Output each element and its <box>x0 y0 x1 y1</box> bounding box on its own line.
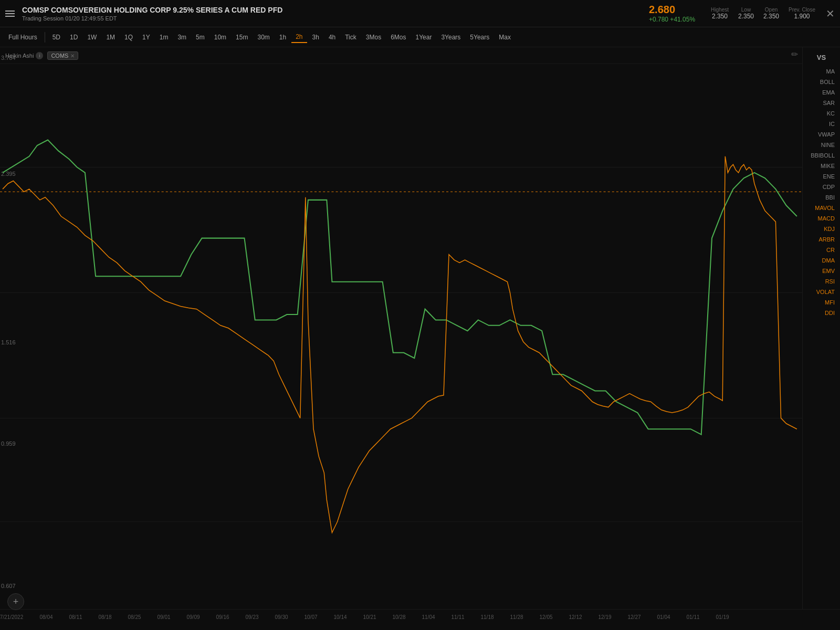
ohlc-section: Highest 2.350 Low 2.350 Open 2.350 Prev.… <box>711 7 815 20</box>
indicator-cdp[interactable]: CDP <box>805 182 838 192</box>
tf-1m[interactable]: 1M <box>102 32 119 43</box>
x-label-9: 09/30 <box>275 614 288 620</box>
x-label-8: 09/23 <box>245 614 258 620</box>
toolbar-separator <box>45 32 45 43</box>
tf-6mos[interactable]: 6Mos <box>386 32 410 43</box>
indicator-bbiboll[interactable]: BBIBOLL <box>805 151 838 160</box>
x-label-6: 09/09 <box>186 614 200 620</box>
x-label-21: 12/27 <box>627 614 640 620</box>
x-label-0: 07/21/2022 <box>0 614 23 620</box>
indicator-emv[interactable]: EMV <box>805 266 838 276</box>
tf-1y[interactable]: 1Y <box>138 32 154 43</box>
x-label-3: 08/18 <box>98 614 111 620</box>
title-section: COMSP COMSOVEREIGN HOLDING CORP 9.25% SE… <box>22 6 644 22</box>
info-icon[interactable]: i <box>36 52 43 59</box>
tf-5years[interactable]: 5Years <box>466 32 494 43</box>
toolbar: Full Hours 5D 1D 1W 1M 1Q 1Y 1m 3m 5m 10… <box>0 27 840 47</box>
indicator-vwap[interactable]: VWAP <box>805 130 838 139</box>
tf-1q[interactable]: 1Q <box>120 32 137 43</box>
x-label-11: 10/14 <box>333 614 346 620</box>
tf-15min[interactable]: 15m <box>232 32 252 43</box>
x-label-7: 09/16 <box>216 614 229 620</box>
tf-tick[interactable]: Tick <box>341 32 361 43</box>
indicator-sar[interactable]: SAR <box>805 98 838 108</box>
x-label-23: 01/11 <box>686 614 699 620</box>
indicator-mavol[interactable]: MAVOL <box>805 203 838 213</box>
indicator-bbi[interactable]: BBI <box>805 193 838 202</box>
price-section: 2.680 +0.780 +41.05% <box>649 4 695 23</box>
indicator-mfi[interactable]: MFI <box>805 298 838 307</box>
edit-icon[interactable]: ✏ <box>791 49 798 59</box>
indicator-arbr[interactable]: ARBR <box>805 235 838 244</box>
tf-1min[interactable]: 1m <box>155 32 173 43</box>
stock-title: COMSP COMSOVEREIGN HOLDING CORP 9.25% SE… <box>22 6 644 14</box>
x-label-19: 12/12 <box>569 614 582 620</box>
chart-inner: Heikin Ashi i COMS ✕ 3.784 2.395 1.516 0… <box>0 47 802 609</box>
indicator-boll[interactable]: BOLL <box>805 77 838 87</box>
tf-5min[interactable]: 5m <box>192 32 209 43</box>
x-label-5: 09/01 <box>157 614 170 620</box>
menu-icon[interactable] <box>5 10 15 17</box>
price-main: 2.680 <box>649 4 675 16</box>
x-label-4: 08/25 <box>128 614 141 620</box>
indicator-cr[interactable]: CR <box>805 245 838 255</box>
tf-1year[interactable]: 1Year <box>411 32 436 43</box>
plus-button[interactable]: + <box>7 593 24 610</box>
tf-3min[interactable]: 3m <box>173 32 191 43</box>
session-info: Trading Session 01/20 12:49:55 EDT <box>22 15 644 22</box>
x-label-18: 12/05 <box>539 614 552 620</box>
x-label-24: 01/19 <box>716 614 729 620</box>
coms-tag[interactable]: COMS ✕ <box>47 51 78 60</box>
prev-close-item: Prev. Close 1.900 <box>789 7 815 20</box>
indicator-volat[interactable]: VOLAT <box>805 287 838 297</box>
x-label-12: 10/21 <box>363 614 376 620</box>
tf-1h[interactable]: 1h <box>275 32 290 43</box>
indicator-ddi[interactable]: DDI <box>805 308 838 318</box>
remove-symbol-btn[interactable]: ✕ <box>70 53 75 59</box>
x-label-15: 11/11 <box>451 614 464 620</box>
header: COMSP COMSOVEREIGN HOLDING CORP 9.25% SE… <box>0 0 840 27</box>
vs-label: VS <box>805 52 838 62</box>
right-sidebar: VS MA BOLL EMA SAR KC IC VWAP NINE BBIBO… <box>802 47 840 609</box>
x-label-10: 10/07 <box>304 614 317 620</box>
indicator-kdj[interactable]: KDJ <box>805 224 838 234</box>
tf-3mos[interactable]: 3Mos <box>362 32 385 43</box>
indicator-nine[interactable]: NINE <box>805 140 838 150</box>
tf-2h[interactable]: 2h <box>291 32 307 43</box>
indicator-ene[interactable]: ENE <box>805 172 838 181</box>
close-button[interactable]: ✕ <box>826 8 835 19</box>
chart-labels: Heikin Ashi i COMS ✕ <box>5 51 78 60</box>
x-label-1: 08/04 <box>39 614 52 620</box>
indicator-mike[interactable]: MIKE <box>805 161 838 171</box>
tf-1d[interactable]: 1D <box>66 32 82 43</box>
price-change: +0.780 +41.05% <box>649 16 695 23</box>
heikin-ashi-label: Heikin Ashi i <box>5 52 43 59</box>
tf-5d[interactable]: 5D <box>48 32 65 43</box>
open-item: Open 2.350 <box>763 7 779 20</box>
x-label-2: 08/11 <box>69 614 82 620</box>
main-chart[interactable]: Heikin Ashi i COMS ✕ 3.784 2.395 1.516 0… <box>0 47 802 609</box>
tf-3h[interactable]: 3h <box>308 32 323 43</box>
tf-30min[interactable]: 30m <box>253 32 274 43</box>
indicator-dma[interactable]: DMA <box>805 256 838 265</box>
tf-1w[interactable]: 1W <box>83 32 101 43</box>
chart-svg <box>0 47 802 609</box>
tf-max[interactable]: Max <box>495 32 515 43</box>
indicator-ic[interactable]: IC <box>805 119 838 129</box>
x-label-22: 01/04 <box>657 614 670 620</box>
tf-4h[interactable]: 4h <box>324 32 340 43</box>
chart-area: Heikin Ashi i COMS ✕ 3.784 2.395 1.516 0… <box>0 47 840 609</box>
tf-10min[interactable]: 10m <box>210 32 230 43</box>
x-label-17: 11/28 <box>510 614 523 620</box>
indicator-rsi[interactable]: RSI <box>805 277 838 286</box>
x-axis: 07/21/2022 08/04 08/11 08/18 08/25 09/01… <box>0 609 840 625</box>
indicator-kc[interactable]: KC <box>805 109 838 118</box>
low-item: Low 2.350 <box>738 7 754 20</box>
x-label-20: 12/19 <box>598 614 611 620</box>
full-hours-button[interactable]: Full Hours <box>4 32 41 43</box>
x-label-14: 11/04 <box>422 614 435 620</box>
indicator-ema[interactable]: EMA <box>805 88 838 97</box>
tf-3years[interactable]: 3Years <box>437 32 465 43</box>
indicator-ma[interactable]: MA <box>805 67 838 76</box>
indicator-macd[interactable]: MACD <box>805 214 838 223</box>
